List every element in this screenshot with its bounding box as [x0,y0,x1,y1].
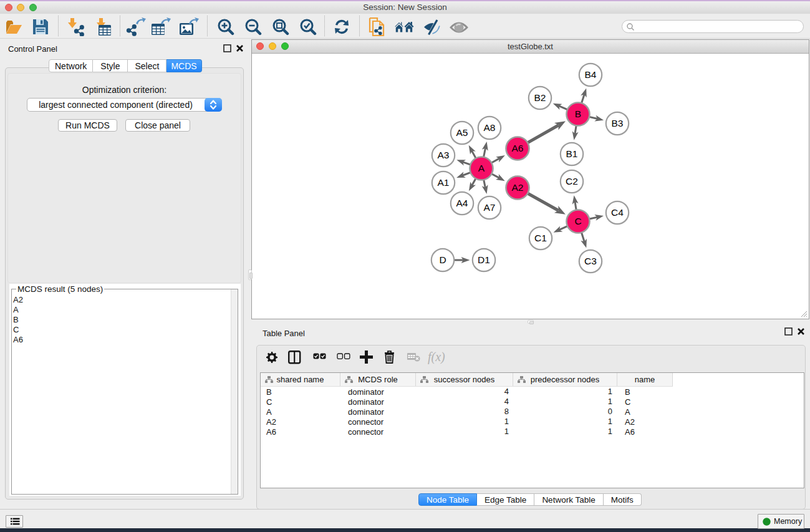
svg-text:A6: A6 [512,143,524,153]
svg-text:C: C [574,216,581,226]
svg-text:D1: D1 [478,254,490,265]
svg-text:B4: B4 [585,69,597,80]
svg-text:A5: A5 [456,127,468,138]
svg-text:A4: A4 [456,198,468,208]
svg-text:A: A [478,163,485,173]
svg-text:C4: C4 [611,207,624,218]
svg-text:B3: B3 [612,118,624,128]
svg-text:A8: A8 [484,122,496,133]
svg-text:C3: C3 [584,256,597,266]
svg-text:A3: A3 [438,150,450,160]
svg-text:B1: B1 [566,148,578,159]
svg-text:B: B [575,109,581,119]
svg-text:A1: A1 [438,177,450,188]
svg-text:A7: A7 [484,202,496,213]
svg-text:C2: C2 [566,176,578,186]
svg-text:B2: B2 [534,92,546,103]
svg-text:D: D [439,254,446,265]
svg-text:C1: C1 [534,233,547,243]
svg-text:A2: A2 [512,182,524,193]
